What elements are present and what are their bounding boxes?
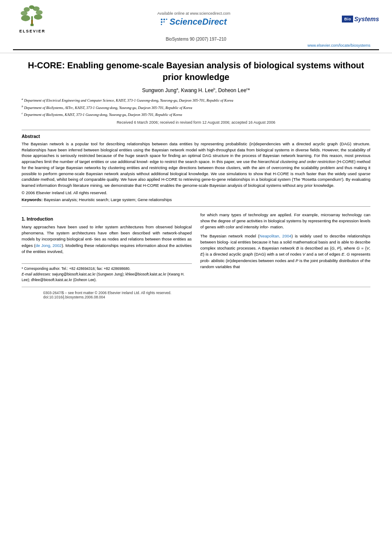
sparse-candidate-italic: sparse candidate — [22, 171, 370, 182]
section-divider-1 — [22, 130, 370, 130]
journal-url: www.elsevier.com/locate/biosystems — [13, 43, 379, 48]
footer-bar: 0303-2647/$ – see front matter © 2006 El… — [22, 287, 370, 303]
footer-copyright-line: 0303-2647/$ – see front matter © 2006 El… — [43, 291, 171, 295]
svg-point-5 — [34, 14, 42, 19]
neapolitan-link[interactable]: Neapolitan, 2004 — [259, 234, 291, 238]
keywords-label: Keywords: — [22, 197, 43, 202]
footnote-emails: E-mail addresses: swjung@biosoft.kaist.a… — [22, 272, 192, 283]
keywords-line: Keywords: Bayesian analysis; Heuristic s… — [22, 197, 370, 202]
elsevier-label: ELSEVIER — [19, 29, 46, 33]
de-jong-link[interactable]: de Jong, 2002 — [35, 243, 62, 248]
footnote-corresponding: * Corresponding author. Tel.: +82 428694… — [22, 266, 192, 272]
right-column: for which many types of technology are a… — [201, 212, 371, 283]
elsevier-tree-icon — [17, 4, 48, 28]
journal-info: BioSystems 90 (2007) 197–210 — [166, 37, 226, 42]
left-column: 1. Introduction Many approaches have bee… — [22, 212, 192, 283]
svg-point-2 — [21, 15, 30, 21]
footer-doi: doi:10.1016/j.biosystems.2006.08.004 — [43, 295, 171, 299]
footnote-section: * Corresponding author. Tel.: +82 428694… — [22, 263, 192, 282]
affiliation-a: a Department of Electrical Engineering a… — [22, 97, 370, 103]
copyright-abstract: © 2006 Elsevier Ireland Ltd. All rights … — [22, 190, 370, 195]
received-dates: Received 6 March 2006; received in revis… — [22, 120, 370, 125]
section-number: 1. — [22, 216, 25, 221]
svg-point-9 — [31, 20, 33, 22]
page-wrapper: ELSEVIER Available online at www.science… — [0, 0, 392, 535]
keywords-values: Bayesian analysis; Heuristic search; Lar… — [44, 197, 172, 202]
elsevier-logo: ELSEVIER — [13, 4, 52, 33]
authors: Sungwon Junga, Kwang H. Leeb, Doheon Lee… — [22, 87, 370, 93]
available-online-text: Available online at www.sciencedirect.co… — [157, 11, 230, 16]
sd-dots-icon — [161, 19, 167, 25]
title-section: H-CORE: Enabling genome-scale Bayesian a… — [22, 60, 370, 125]
abstract-text: The Bayesian network is a popular tool f… — [22, 141, 370, 189]
intro-paragraph-1: Many approaches have been used to infer … — [22, 224, 192, 255]
hcore-italic: hierarchical clustering and order restri… — [258, 159, 335, 164]
abstract-section: Abstract The Bayesian network is a popul… — [22, 134, 370, 202]
sciencedirect-logo: ScienceDirect — [161, 17, 226, 27]
paper-title: H-CORE: Enabling genome-scale Bayesian a… — [22, 60, 370, 83]
systems-label: Systems — [354, 16, 379, 22]
svg-point-8 — [29, 5, 34, 9]
affiliation-c: c Department of BioSystems, KAIST, 373-1… — [22, 111, 370, 118]
header-top: ELSEVIER Available online at www.science… — [13, 4, 379, 33]
header-bottom-line — [13, 49, 379, 50]
svg-point-4 — [24, 7, 30, 12]
svg-rect-10 — [31, 22, 33, 24]
intro-heading: 1. Introduction — [22, 216, 192, 221]
sciencedirect-text: ScienceDirect — [169, 17, 226, 27]
affiliation-b: b Department of BioSystems, AITrc, KAIST… — [22, 104, 370, 111]
affiliations: a Department of Electrical Engineering a… — [22, 97, 370, 118]
intro-paragraph-3: The Bayesian network model (Neapolitan, … — [201, 233, 371, 270]
page-header: ELSEVIER Available online at www.science… — [0, 0, 392, 53]
bio-label: Bio — [342, 16, 353, 22]
section-divider-2 — [22, 206, 370, 207]
intro-paragraph-2: for which many types of technology are a… — [201, 212, 371, 231]
section-title: Introduction — [27, 216, 53, 221]
abstract-title: Abstract — [22, 134, 370, 139]
footer-copyright: 0303-2647/$ – see front matter © 2006 El… — [43, 291, 171, 299]
biosystems-logo: Bio Systems — [342, 16, 379, 22]
sciencedirect-block: Available online at www.sciencedirect.co… — [52, 11, 336, 27]
main-content: H-CORE: Enabling genome-scale Bayesian a… — [0, 53, 392, 311]
biosystems-logo-block: Bio Systems — [336, 16, 379, 22]
two-column-body: 1. Introduction Many approaches have bee… — [22, 212, 370, 283]
